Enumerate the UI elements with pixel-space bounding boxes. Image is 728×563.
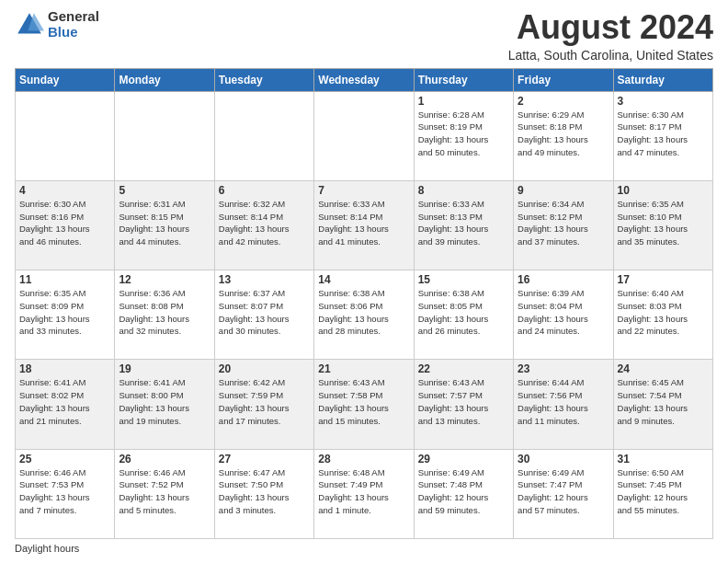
calendar-cell: 28Sunrise: 6:48 AM Sunset: 7:49 PM Dayli…: [314, 449, 414, 538]
day-number: 31: [618, 453, 709, 465]
logo-icon: [15, 10, 44, 40]
logo-general-text: General: [48, 9, 99, 25]
logo: General Blue: [15, 9, 99, 40]
day-info: Sunrise: 6:34 AM Sunset: 8:12 PM Dayligh…: [518, 198, 609, 248]
calendar-cell: [214, 91, 313, 180]
calendar-cell: 12Sunrise: 6:36 AM Sunset: 8:08 PM Dayli…: [115, 270, 214, 360]
day-number: 3: [618, 95, 709, 108]
day-info: Sunrise: 6:41 AM Sunset: 8:02 PM Dayligh…: [19, 376, 110, 427]
calendar-cell: 11Sunrise: 6:35 AM Sunset: 8:09 PM Dayli…: [16, 270, 115, 360]
day-info: Sunrise: 6:44 AM Sunset: 7:56 PM Dayligh…: [518, 376, 609, 427]
day-info: Sunrise: 6:35 AM Sunset: 8:09 PM Dayligh…: [19, 287, 110, 338]
calendar-cell: 23Sunrise: 6:44 AM Sunset: 7:56 PM Dayli…: [514, 360, 613, 449]
calendar-cell: 30Sunrise: 6:49 AM Sunset: 7:47 PM Dayli…: [514, 449, 613, 538]
day-info: Sunrise: 6:45 AM Sunset: 7:54 PM Dayligh…: [618, 376, 709, 427]
title-block: August 2024 Latta, South Carolina, Unite…: [508, 9, 713, 63]
day-number: 9: [518, 184, 609, 197]
calendar-cell: 18Sunrise: 6:41 AM Sunset: 8:02 PM Dayli…: [16, 360, 115, 449]
calendar-header-row: SundayMondayTuesdayWednesdayThursdayFrid…: [16, 68, 713, 91]
calendar-week-row: 11Sunrise: 6:35 AM Sunset: 8:09 PM Dayli…: [16, 270, 713, 360]
calendar-cell: 4Sunrise: 6:30 AM Sunset: 8:16 PM Daylig…: [16, 180, 115, 270]
day-number: 13: [219, 273, 310, 286]
day-info: Sunrise: 6:43 AM Sunset: 7:58 PM Dayligh…: [318, 376, 409, 427]
day-info: Sunrise: 6:30 AM Sunset: 8:16 PM Dayligh…: [19, 198, 110, 248]
day-number: 6: [219, 184, 310, 197]
day-info: Sunrise: 6:46 AM Sunset: 7:52 PM Dayligh…: [119, 466, 210, 517]
day-info: Sunrise: 6:30 AM Sunset: 8:17 PM Dayligh…: [618, 109, 709, 159]
calendar-cell: [115, 91, 214, 180]
day-info: Sunrise: 6:32 AM Sunset: 8:14 PM Dayligh…: [219, 198, 310, 248]
calendar-cell: 9Sunrise: 6:34 AM Sunset: 8:12 PM Daylig…: [514, 180, 613, 270]
main-title: August 2024: [508, 9, 713, 46]
day-number: 12: [119, 273, 210, 286]
calendar-day-header: Wednesday: [314, 68, 414, 91]
calendar-day-header: Sunday: [16, 68, 115, 91]
day-number: 5: [119, 184, 210, 197]
day-number: 15: [418, 273, 509, 286]
day-number: 24: [618, 362, 709, 375]
day-number: 22: [418, 362, 509, 375]
day-number: 16: [518, 273, 609, 286]
daylight-hours-label: Daylight hours: [15, 543, 79, 554]
calendar-cell: 5Sunrise: 6:31 AM Sunset: 8:15 PM Daylig…: [115, 180, 214, 270]
calendar-cell: 2Sunrise: 6:29 AM Sunset: 8:18 PM Daylig…: [514, 91, 613, 180]
day-number: 20: [219, 362, 310, 375]
calendar-cell: 13Sunrise: 6:37 AM Sunset: 8:07 PM Dayli…: [214, 270, 313, 360]
calendar-cell: 20Sunrise: 6:42 AM Sunset: 7:59 PM Dayli…: [214, 360, 313, 449]
calendar-cell: 6Sunrise: 6:32 AM Sunset: 8:14 PM Daylig…: [214, 180, 313, 270]
calendar-day-header: Tuesday: [214, 68, 313, 91]
logo-blue-text: Blue: [48, 25, 99, 40]
calendar-week-row: 4Sunrise: 6:30 AM Sunset: 8:16 PM Daylig…: [16, 180, 713, 270]
day-info: Sunrise: 6:29 AM Sunset: 8:18 PM Dayligh…: [518, 109, 609, 159]
day-info: Sunrise: 6:43 AM Sunset: 7:57 PM Dayligh…: [418, 376, 509, 427]
day-info: Sunrise: 6:33 AM Sunset: 8:14 PM Dayligh…: [318, 198, 409, 248]
day-number: 18: [19, 362, 110, 375]
calendar-cell: 19Sunrise: 6:41 AM Sunset: 8:00 PM Dayli…: [115, 360, 214, 449]
day-number: 23: [518, 362, 609, 375]
day-info: Sunrise: 6:38 AM Sunset: 8:06 PM Dayligh…: [318, 287, 409, 338]
day-info: Sunrise: 6:33 AM Sunset: 8:13 PM Dayligh…: [418, 198, 509, 248]
footer: Daylight hours: [15, 543, 713, 554]
day-info: Sunrise: 6:35 AM Sunset: 8:10 PM Dayligh…: [618, 198, 709, 248]
day-info: Sunrise: 6:41 AM Sunset: 8:00 PM Dayligh…: [119, 376, 210, 427]
day-info: Sunrise: 6:31 AM Sunset: 8:15 PM Dayligh…: [119, 198, 210, 248]
day-info: Sunrise: 6:36 AM Sunset: 8:08 PM Dayligh…: [119, 287, 210, 338]
calendar-day-header: Saturday: [613, 68, 712, 91]
calendar-cell: 24Sunrise: 6:45 AM Sunset: 7:54 PM Dayli…: [613, 360, 712, 449]
calendar-cell: 27Sunrise: 6:47 AM Sunset: 7:50 PM Dayli…: [214, 449, 313, 538]
day-info: Sunrise: 6:46 AM Sunset: 7:53 PM Dayligh…: [19, 466, 110, 517]
day-info: Sunrise: 6:39 AM Sunset: 8:04 PM Dayligh…: [518, 287, 609, 338]
calendar-table: SundayMondayTuesdayWednesdayThursdayFrid…: [15, 68, 713, 539]
day-number: 2: [518, 95, 609, 108]
calendar-cell: 14Sunrise: 6:38 AM Sunset: 8:06 PM Dayli…: [314, 270, 414, 360]
day-number: 11: [19, 273, 110, 286]
day-info: Sunrise: 6:28 AM Sunset: 8:19 PM Dayligh…: [418, 109, 509, 159]
day-number: 1: [418, 95, 509, 108]
day-number: 7: [318, 184, 409, 197]
day-info: Sunrise: 6:40 AM Sunset: 8:03 PM Dayligh…: [618, 287, 709, 338]
calendar-cell: 25Sunrise: 6:46 AM Sunset: 7:53 PM Dayli…: [16, 449, 115, 538]
day-info: Sunrise: 6:48 AM Sunset: 7:49 PM Dayligh…: [318, 466, 409, 517]
calendar-cell: 29Sunrise: 6:49 AM Sunset: 7:48 PM Dayli…: [414, 449, 513, 538]
calendar-cell: 31Sunrise: 6:50 AM Sunset: 7:45 PM Dayli…: [613, 449, 712, 538]
calendar-day-header: Thursday: [414, 68, 513, 91]
day-number: 25: [19, 453, 110, 465]
calendar-day-header: Friday: [514, 68, 613, 91]
day-info: Sunrise: 6:37 AM Sunset: 8:07 PM Dayligh…: [219, 287, 310, 338]
calendar-day-header: Monday: [115, 68, 214, 91]
day-number: 28: [318, 453, 409, 465]
day-info: Sunrise: 6:38 AM Sunset: 8:05 PM Dayligh…: [418, 287, 509, 338]
day-number: 29: [418, 453, 509, 465]
calendar-cell: 7Sunrise: 6:33 AM Sunset: 8:14 PM Daylig…: [314, 180, 414, 270]
calendar-cell: 8Sunrise: 6:33 AM Sunset: 8:13 PM Daylig…: [414, 180, 513, 270]
calendar-cell: 21Sunrise: 6:43 AM Sunset: 7:58 PM Dayli…: [314, 360, 414, 449]
page-header: General Blue August 2024 Latta, South Ca…: [15, 9, 713, 63]
calendar-week-row: 1Sunrise: 6:28 AM Sunset: 8:19 PM Daylig…: [16, 91, 713, 180]
subtitle: Latta, South Carolina, United States: [508, 48, 713, 63]
calendar-cell: 22Sunrise: 6:43 AM Sunset: 7:57 PM Dayli…: [414, 360, 513, 449]
calendar-cell: 16Sunrise: 6:39 AM Sunset: 8:04 PM Dayli…: [514, 270, 613, 360]
day-info: Sunrise: 6:42 AM Sunset: 7:59 PM Dayligh…: [219, 376, 310, 427]
day-number: 26: [119, 453, 210, 465]
day-info: Sunrise: 6:49 AM Sunset: 7:47 PM Dayligh…: [518, 466, 609, 517]
day-number: 10: [618, 184, 709, 197]
